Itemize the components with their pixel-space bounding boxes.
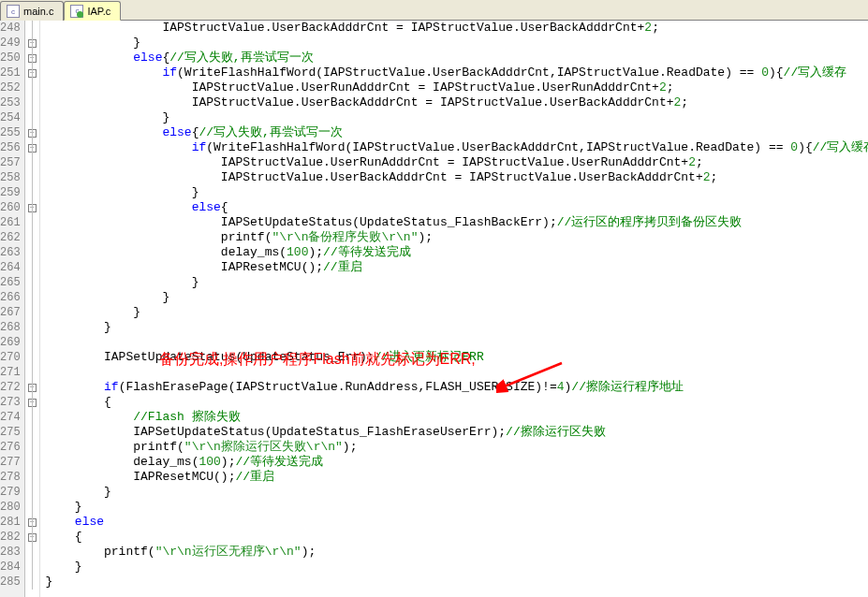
code-line[interactable]: IAPStructValue.UserRunAdddrCnt = IAPStru… — [46, 155, 868, 170]
code-line[interactable]: IAPResetMCU();//重启 — [46, 470, 868, 485]
code-line[interactable]: { — [46, 395, 868, 410]
fold-toggle[interactable]: − — [28, 129, 37, 138]
code-line[interactable]: IAPSetUpdateStatus(UpdateStatus_FlashBac… — [46, 215, 868, 230]
code-line[interactable]: else{//写入失败,再尝试写一次 — [46, 125, 868, 140]
tab-iap-c[interactable]: c IAP.c — [64, 1, 121, 21]
line-number: 271 — [0, 365, 21, 380]
line-number: 285 — [0, 575, 21, 590]
line-number-gutter: 2482492502512522532542552562572582592602… — [0, 21, 25, 597]
fold-toggle[interactable]: − — [28, 518, 37, 527]
code-line[interactable]: if(FlashErasePage(IAPStructValue.RunAddr… — [46, 380, 868, 395]
line-number: 269 — [0, 335, 21, 350]
tab-label: IAP.c — [87, 6, 110, 17]
code-line[interactable]: } — [46, 320, 868, 335]
line-number: 282 — [0, 530, 21, 545]
fold-cell: − — [25, 140, 39, 155]
line-number: 249 — [0, 36, 21, 51]
code-line[interactable]: } — [46, 36, 868, 51]
code-editor[interactable]: 2482492502512522532542552562572582592602… — [0, 21, 868, 597]
code-line[interactable]: IAPStructValue.UserBackAdddrCnt = IAPStr… — [46, 21, 868, 36]
fold-toggle[interactable]: − — [28, 384, 37, 392]
fold-toggle[interactable]: − — [28, 399, 37, 407]
line-number: 265 — [0, 275, 21, 290]
fold-cell — [25, 230, 39, 245]
line-number: 280 — [0, 500, 21, 515]
fold-toggle[interactable]: − — [28, 69, 37, 78]
code-line[interactable] — [46, 365, 868, 380]
fold-cell — [25, 470, 39, 485]
fold-cell — [25, 275, 39, 290]
code-line[interactable]: } — [46, 500, 868, 515]
code-line[interactable]: IAPStructValue.UserBackAdddrCnt = IAPStr… — [46, 95, 868, 110]
code-line[interactable]: IAPStructValue.UserRunAdddrCnt = IAPStru… — [46, 80, 868, 95]
code-line[interactable]: } — [46, 185, 868, 200]
fold-cell: − — [25, 66, 39, 80]
line-number: 262 — [0, 230, 21, 245]
code-line[interactable]: if(WriteFlashHalfWord(IAPStructValue.Use… — [46, 66, 868, 80]
line-number: 251 — [0, 66, 21, 80]
code-line[interactable]: else{//写入失败,再尝试写一次 — [46, 51, 868, 66]
fold-gutter: −−−−−−−−−− — [25, 21, 40, 597]
line-number: 277 — [0, 455, 21, 470]
code-line[interactable]: } — [46, 275, 868, 290]
line-number: 256 — [0, 140, 21, 155]
fold-cell: − — [25, 380, 39, 395]
code-line[interactable]: IAPResetMCU();//重启 — [46, 260, 868, 275]
line-number: 270 — [0, 350, 21, 365]
line-number: 276 — [0, 440, 21, 455]
code-line[interactable]: delay_ms(100);//等待发送完成 — [46, 245, 868, 260]
fold-cell — [25, 95, 39, 110]
code-line[interactable]: printf("\r\n运行区无程序\r\n"); — [46, 545, 868, 560]
code-line[interactable]: IAPStructValue.UserBackAdddrCnt = IAPStr… — [46, 170, 868, 185]
line-number: 273 — [0, 395, 21, 410]
fold-cell — [25, 560, 39, 575]
line-number: 263 — [0, 245, 21, 260]
code-line[interactable]: } — [46, 290, 868, 305]
code-line[interactable]: else{ — [46, 200, 868, 215]
fold-cell — [25, 410, 39, 425]
line-number: 272 — [0, 380, 21, 395]
code-line[interactable]: IAPSetUpdateStatus(UpdateStatus_Err);//进… — [46, 350, 868, 365]
line-number: 259 — [0, 185, 21, 200]
fold-toggle[interactable]: − — [28, 144, 37, 153]
fold-cell: − — [25, 395, 39, 410]
fold-cell — [25, 215, 39, 230]
fold-cell — [25, 365, 39, 380]
fold-cell — [25, 500, 39, 515]
line-number: 253 — [0, 95, 21, 110]
code-line[interactable]: printf("\r\n备份程序失败\r\n"); — [46, 230, 868, 245]
line-number: 267 — [0, 305, 21, 320]
fold-toggle[interactable]: − — [28, 54, 37, 63]
code-line[interactable]: printf("\r\n擦除运行区失败\r\n"); — [46, 440, 868, 455]
code-line[interactable]: } — [46, 485, 868, 500]
code-line[interactable] — [46, 335, 868, 350]
code-line[interactable]: delay_ms(100);//等待发送完成 — [46, 455, 868, 470]
code-line[interactable]: //Flash 擦除失败 — [46, 410, 868, 425]
line-number: 284 — [0, 560, 21, 575]
fold-toggle[interactable]: − — [28, 533, 37, 542]
line-number: 268 — [0, 320, 21, 335]
fold-cell — [25, 185, 39, 200]
code-line[interactable]: } — [46, 110, 868, 125]
code-line[interactable]: } — [46, 305, 868, 320]
line-number: 250 — [0, 51, 21, 66]
code-line[interactable]: IAPSetUpdateStatus(UpdateStatus_FlashEra… — [46, 425, 868, 440]
fold-cell — [25, 545, 39, 560]
code-area[interactable]: IAPStructValue.UserBackAdddrCnt = IAPStr… — [40, 21, 868, 597]
fold-cell: − — [25, 36, 39, 51]
fold-toggle[interactable]: − — [28, 39, 37, 48]
code-line[interactable]: { — [46, 530, 868, 545]
line-number: 266 — [0, 290, 21, 305]
file-icon: c — [70, 5, 83, 18]
line-number: 254 — [0, 110, 21, 125]
fold-toggle[interactable]: − — [28, 204, 37, 212]
code-line[interactable]: } — [46, 560, 868, 575]
code-line[interactable]: } — [46, 575, 868, 590]
code-line[interactable]: else — [46, 515, 868, 530]
code-line[interactable]: if(WriteFlashHalfWord(IAPStructValue.Use… — [46, 140, 868, 155]
fold-cell — [25, 155, 39, 170]
tab-main-c[interactable]: c main.c — [0, 1, 64, 21]
line-number: 252 — [0, 80, 21, 95]
fold-cell — [25, 320, 39, 335]
line-number: 274 — [0, 410, 21, 425]
